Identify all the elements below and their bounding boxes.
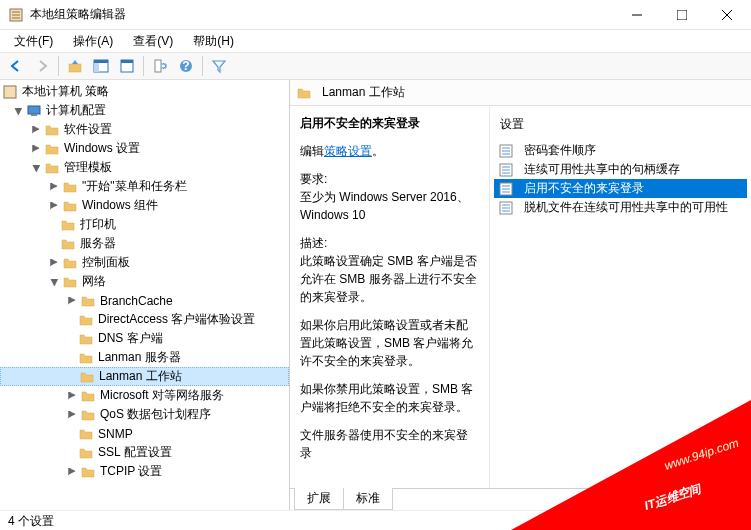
tree-printer[interactable]: 打印机 xyxy=(0,215,289,234)
folder-icon xyxy=(62,274,78,290)
setting-item[interactable]: 脱机文件在连续可用性共享中的可用性 xyxy=(494,198,747,217)
svg-rect-11 xyxy=(94,63,99,72)
up-button[interactable] xyxy=(63,54,87,78)
description-block: 描述: 此策略设置确定 SMB 客户端是否允许在 SMB 服务器上进行不安全的来… xyxy=(300,234,479,306)
close-button[interactable] xyxy=(704,0,749,29)
tree-lanman-workstation[interactable]: Lanman 工作站 xyxy=(0,367,289,386)
tree-ms-p2p[interactable]: ⯈ Microsoft 对等网络服务 xyxy=(0,386,289,405)
detail-title: 启用不安全的来宾登录 xyxy=(300,114,479,132)
requirements: 要求: 至少为 Windows Server 2016、Windows 10 xyxy=(300,170,479,224)
minimize-button[interactable] xyxy=(614,0,659,29)
maximize-button[interactable] xyxy=(659,0,704,29)
right-pane: Lanman 工作站 启用不安全的来宾登录 编辑策略设置。 要求: 至少为 Wi… xyxy=(290,80,751,510)
folder-icon xyxy=(62,198,78,214)
tree-ssl[interactable]: SSL 配置设置 xyxy=(0,443,289,462)
svg-rect-8 xyxy=(69,64,81,72)
window-title: 本地组策略编辑器 xyxy=(30,6,614,23)
toolbar-separator xyxy=(143,56,144,76)
settings-pane[interactable]: 设置 密码套件顺序 连续可用性共享中的句柄缓存 启用不安全的来宾登录 脱机文件在… xyxy=(490,106,751,488)
tree-branchcache[interactable]: ⯈ BranchCache xyxy=(0,291,289,310)
export-button[interactable] xyxy=(148,54,172,78)
collapse-icon[interactable]: ⯆ xyxy=(30,162,42,174)
toolbar-separator xyxy=(202,56,203,76)
folder-icon xyxy=(78,331,94,347)
expand-icon[interactable]: ⯈ xyxy=(66,466,78,478)
tree-label: Windows 设置 xyxy=(64,140,140,157)
tree-label: 计算机配置 xyxy=(46,102,106,119)
help-button[interactable]: ? xyxy=(174,54,198,78)
req-text: 至少为 Windows Server 2016、Windows 10 xyxy=(300,190,469,222)
tree-root[interactable]: 本地计算机 策略 xyxy=(0,82,289,101)
breadcrumb-label: Lanman 工作站 xyxy=(322,84,405,101)
svg-rect-5 xyxy=(677,10,687,20)
setting-label: 密码套件顺序 xyxy=(524,142,596,159)
tree-network[interactable]: ⯆ 网络 xyxy=(0,272,289,291)
tree-qos[interactable]: ⯈ QoS 数据包计划程序 xyxy=(0,405,289,424)
menu-action[interactable]: 操作(A) xyxy=(65,31,121,52)
setting-item-selected[interactable]: 启用不安全的来宾登录 xyxy=(494,179,747,198)
folder-icon xyxy=(60,236,76,252)
tree-label: Windows 组件 xyxy=(82,197,158,214)
tree-start-menu[interactable]: ⯈ "开始"菜单和任务栏 xyxy=(0,177,289,196)
tree-server[interactable]: 服务器 xyxy=(0,234,289,253)
expand-icon[interactable]: ⯈ xyxy=(30,143,42,155)
desc-p2: 如果你启用此策略设置或者未配置此策略设置，SMB 客户端将允许不安全的来宾登录。 xyxy=(300,316,479,370)
svg-rect-10 xyxy=(94,60,108,63)
policy-item-icon xyxy=(498,181,514,197)
tree-dns-client[interactable]: DNS 客户端 xyxy=(0,329,289,348)
tree-software-settings[interactable]: ⯈ 软件设置 xyxy=(0,120,289,139)
expand-icon[interactable]: ⯈ xyxy=(66,295,78,307)
tab-extended[interactable]: 扩展 xyxy=(294,488,344,510)
expand-icon[interactable]: ⯈ xyxy=(66,390,78,402)
titlebar: 本地组策略编辑器 xyxy=(0,0,751,30)
settings-header[interactable]: 设置 xyxy=(494,112,747,141)
tree-pane[interactable]: 本地计算机 策略 ⯆ 计算机配置 ⯈ 软件设置 ⯈ Windows 设置 ⯆ 管… xyxy=(0,80,290,510)
folder-icon xyxy=(80,388,96,404)
expand-icon[interactable]: ⯈ xyxy=(48,257,60,269)
tree-label: DirectAccess 客户端体验设置 xyxy=(98,311,255,328)
menu-view[interactable]: 查看(V) xyxy=(125,31,181,52)
tree-label: QoS 数据包计划程序 xyxy=(100,406,211,423)
status-bar: 4 个设置 xyxy=(0,510,751,530)
show-hide-tree-button[interactable] xyxy=(89,54,113,78)
properties-button[interactable] xyxy=(115,54,139,78)
setting-item[interactable]: 连续可用性共享中的句柄缓存 xyxy=(494,160,747,179)
folder-icon xyxy=(79,369,95,385)
computer-icon xyxy=(26,103,42,119)
desc-label: 描述: xyxy=(300,236,327,250)
tree-tcpip[interactable]: ⯈ TCPIP 设置 xyxy=(0,462,289,481)
svg-rect-14 xyxy=(155,60,161,72)
breadcrumb: Lanman 工作站 xyxy=(290,80,751,106)
menu-file[interactable]: 文件(F) xyxy=(6,31,61,52)
svg-rect-18 xyxy=(28,106,40,114)
tree-lanman-server[interactable]: Lanman 服务器 xyxy=(0,348,289,367)
tree-computer-config[interactable]: ⯆ 计算机配置 xyxy=(0,101,289,120)
expand-icon[interactable]: ⯈ xyxy=(48,181,60,193)
back-button[interactable] xyxy=(4,54,28,78)
filter-button[interactable] xyxy=(207,54,231,78)
setting-item[interactable]: 密码套件顺序 xyxy=(494,141,747,160)
collapse-icon[interactable]: ⯆ xyxy=(12,105,24,117)
desc-p1: 此策略设置确定 SMB 客户端是否允许在 SMB 服务器上进行不安全的来宾登录。 xyxy=(300,254,477,304)
forward-button[interactable] xyxy=(30,54,54,78)
folder-icon xyxy=(44,160,60,176)
tree-snmp[interactable]: SNMP xyxy=(0,424,289,443)
expand-icon[interactable]: ⯈ xyxy=(66,409,78,421)
tree-label: 打印机 xyxy=(80,216,116,233)
tree-windows-components[interactable]: ⯈ Windows 组件 xyxy=(0,196,289,215)
expand-icon[interactable]: ⯈ xyxy=(30,124,42,136)
expand-icon[interactable]: ⯈ xyxy=(48,200,60,212)
tree-windows-settings[interactable]: ⯈ Windows 设置 xyxy=(0,139,289,158)
menu-help[interactable]: 帮助(H) xyxy=(185,31,242,52)
folder-icon xyxy=(78,445,94,461)
tab-standard[interactable]: 标准 xyxy=(343,488,393,510)
toolbar: ? xyxy=(0,52,751,80)
tree-directaccess[interactable]: DirectAccess 客户端体验设置 xyxy=(0,310,289,329)
collapse-icon[interactable]: ⯆ xyxy=(48,276,60,288)
folder-icon xyxy=(44,141,60,157)
policy-item-icon xyxy=(498,162,514,178)
tree-control-panel[interactable]: ⯈ 控制面板 xyxy=(0,253,289,272)
tree-admin-templates[interactable]: ⯆ 管理模板 xyxy=(0,158,289,177)
edit-policy-link[interactable]: 策略设置 xyxy=(324,144,372,158)
tree-label: 控制面板 xyxy=(82,254,130,271)
